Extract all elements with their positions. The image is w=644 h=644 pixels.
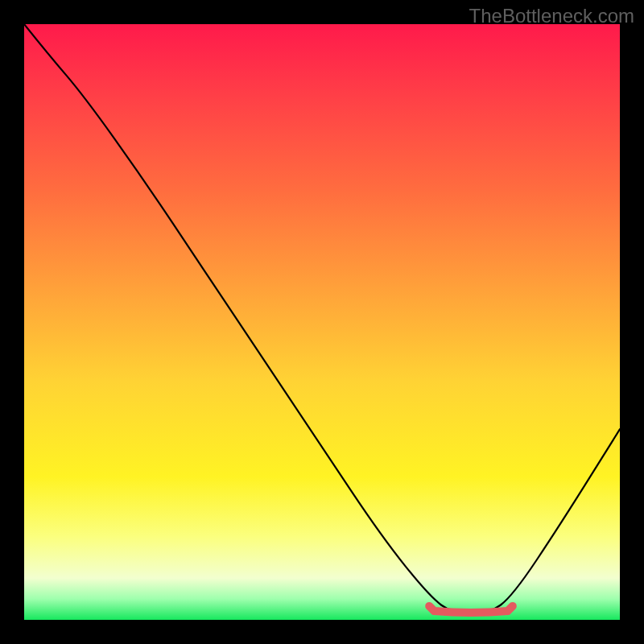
bottleneck-curve: [24, 24, 620, 614]
plot-area: [24, 24, 620, 620]
valley-highlight: [429, 606, 513, 613]
chart-frame: TheBottleneck.com: [0, 0, 644, 644]
curve-layer: [24, 24, 620, 620]
